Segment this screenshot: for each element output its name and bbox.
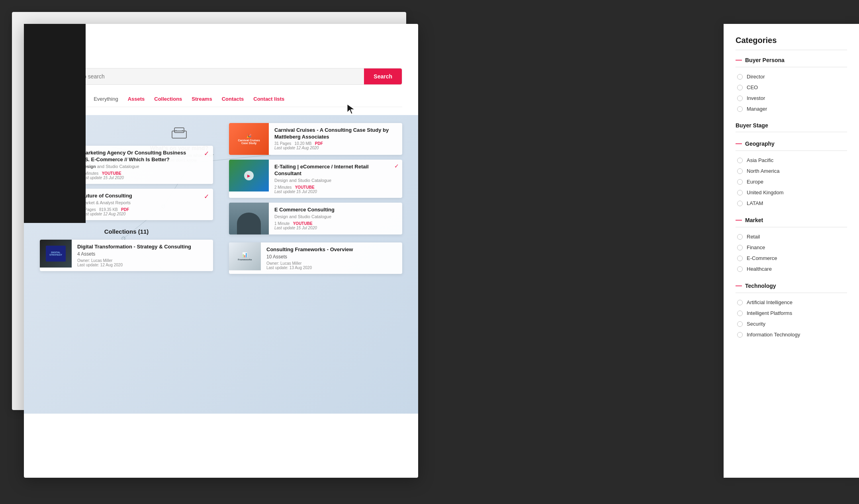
cat-item-intelligent-platforms[interactable]: Intelligent Platforms xyxy=(736,308,847,318)
collection-info-digital: Digital Transformation - Strategy & Cons… xyxy=(72,240,213,271)
cat-label-latam: LATAM xyxy=(747,200,763,206)
cat-radio-uk[interactable] xyxy=(737,190,743,195)
cat-group-title-buyer-persona: Buyer Persona xyxy=(745,57,785,63)
right-meta-carnival: 31 Pages 10.20 MB PDF Last update 12 Aug… xyxy=(274,141,397,150)
filter-tab-streams[interactable]: Streams xyxy=(187,94,217,104)
collections-title: Collections (11) xyxy=(40,228,213,235)
cat-radio-retail[interactable] xyxy=(737,234,743,240)
cat-group-title-technology: Technology xyxy=(745,283,776,289)
cat-radio-latam[interactable] xyxy=(737,201,743,206)
cat-radio-asia[interactable] xyxy=(737,158,743,163)
asset-cat-marketing: Design and Studio Catalogue xyxy=(81,164,194,169)
right-title-carnival: Carnival Cruises - A Consulting Case Stu… xyxy=(274,127,397,141)
right-card-carnival[interactable]: 🎉 Carnival CruisesCase Study Carnival Cr… xyxy=(229,123,402,155)
cat-radio-ecommerce-market[interactable] xyxy=(737,256,743,261)
cat-label-info-tech: Information Technology xyxy=(747,332,800,338)
cat-group-buyer-stage: Buyer Stage xyxy=(736,122,847,132)
filter-tab-contact-lists[interactable]: Contact lists xyxy=(249,94,289,104)
cat-group-header-buyer-persona: — Buyer Persona xyxy=(736,57,847,67)
cat-label-finance: Finance xyxy=(747,244,765,250)
right-thumb-carnival: 🎉 Carnival CruisesCase Study xyxy=(229,123,269,155)
asset-info-future: Future of Consulting Market & Analyst Re… xyxy=(76,189,200,220)
search-bar: Search xyxy=(40,68,402,85)
cat-group-market: — Market Retail Finance E-Commerce Healt… xyxy=(736,217,847,274)
left-dark-panel xyxy=(24,24,86,223)
cat-item-ceo[interactable]: CEO xyxy=(736,82,847,93)
cat-item-uk[interactable]: United Kingdom xyxy=(736,187,847,198)
cat-label-ai: Artificial Intelligence xyxy=(747,299,792,305)
cat-item-healthcare[interactable]: Healthcare xyxy=(736,264,847,274)
right-info-etailing: E-Tailing | eCommerce / Internet Retail … xyxy=(269,160,391,198)
cat-radio-healthcare[interactable] xyxy=(737,266,743,272)
collections-section: Collections (11) DIGITALSTRATEGY Digital… xyxy=(40,228,213,271)
cat-item-asia[interactable]: Asia Pacific xyxy=(736,155,847,166)
cat-item-investor[interactable]: Investor xyxy=(736,93,847,104)
categories-title: Categories xyxy=(736,36,847,50)
cat-radio-ceo[interactable] xyxy=(737,85,743,90)
cat-item-north-america[interactable]: North America xyxy=(736,166,847,176)
cat-group-buyer-persona: — Buyer Persona Director CEO Investor Ma… xyxy=(736,57,847,114)
collection-meta-digital: Owner: Lucas Miller Last update: 12 Aug … xyxy=(77,258,207,267)
cat-dash-market: — xyxy=(736,217,742,224)
collection-card-frameworks[interactable]: 📊 Frameworks Consulting Frameworks - Ove… xyxy=(229,242,402,274)
cat-item-ai[interactable]: Artificial Intelligence xyxy=(736,297,847,308)
cat-item-retail[interactable]: Retail xyxy=(736,231,847,242)
right-meta-ecommerce: 1 Minute YOUTUBE Last update 15 Jul 2020 xyxy=(274,221,397,230)
filter-tab-collections[interactable]: Collections xyxy=(149,94,187,104)
right-info-carnival: Carnival Cruises - A Consulting Case Stu… xyxy=(269,123,402,154)
cat-label-retail: Retail xyxy=(747,234,760,240)
cat-item-latam[interactable]: LATAM xyxy=(736,198,847,209)
cat-item-director[interactable]: Director xyxy=(736,71,847,82)
cat-label-healthcare: Healthcare xyxy=(747,266,772,272)
asset-meta-future: 7 Pages 819.35 KB PDF Last update 12 Aug… xyxy=(81,207,194,216)
page-title: search xyxy=(40,36,402,53)
cat-label-investor: Investor xyxy=(747,95,765,101)
right-title-ecommerce: E Commerce Consulting xyxy=(274,207,397,213)
cat-radio-north-america[interactable] xyxy=(737,168,743,174)
cat-label-asia: Asia Pacific xyxy=(747,157,773,163)
cat-radio-intelligent-platforms[interactable] xyxy=(737,311,743,316)
search-input[interactable] xyxy=(55,68,364,84)
cat-group-title-market: Market xyxy=(745,217,763,223)
right-thumb-ecommerce xyxy=(229,203,269,234)
cat-label-uk: United Kingdom xyxy=(747,189,784,195)
search-button[interactable]: Search xyxy=(364,68,402,84)
etailing-play: ▶ xyxy=(229,160,269,191)
cat-item-europe[interactable]: Europe xyxy=(736,176,847,187)
cat-radio-europe[interactable] xyxy=(737,179,743,185)
cat-item-ecommerce-market[interactable]: E-Commerce xyxy=(736,253,847,264)
collection-count-frameworks: 10 Assets xyxy=(266,254,397,260)
cat-item-info-tech[interactable]: Information Technology xyxy=(736,329,847,340)
page-subtitle: 221B Baker Street xyxy=(40,54,402,60)
cat-radio-manager[interactable] xyxy=(737,106,743,112)
right-cat-etailing: Design and Studio Catalogue xyxy=(274,178,385,183)
cat-label-security: Security xyxy=(747,321,765,327)
right-card-etailing[interactable]: ▶ E-Tailing | eCommerce / Internet Retai… xyxy=(229,160,402,198)
categories-panel: Categories — Buyer Persona Director CEO … xyxy=(724,24,859,478)
asset-meta-marketing: 6 Minutes YOUTUBE Last update 15 Jul 202… xyxy=(81,171,194,180)
cat-radio-info-tech[interactable] xyxy=(737,332,743,338)
filter-tab-contacts[interactable]: Contacts xyxy=(217,94,249,104)
asset-check-future: ✓ xyxy=(200,189,213,204)
asset-check-marketing: ✓ xyxy=(200,146,213,161)
cat-radio-ai[interactable] xyxy=(737,300,743,305)
right-thumb-etailing: ▶ xyxy=(229,160,269,191)
asset-info-marketing: Marketing Agency Or Consulting Business … xyxy=(76,146,200,184)
cat-item-finance[interactable]: Finance xyxy=(736,242,847,253)
cat-radio-finance[interactable] xyxy=(737,245,743,250)
filter-tab-everything[interactable]: Everything xyxy=(89,94,123,104)
filter-tab-assets[interactable]: Assets xyxy=(123,94,150,104)
collection-title-digital: Digital Transformation - Strategy & Cons… xyxy=(77,244,207,250)
cat-radio-director[interactable] xyxy=(737,74,743,80)
cat-radio-security[interactable] xyxy=(737,321,743,327)
cat-group-title-geography: Geography xyxy=(745,141,775,147)
cat-item-manager[interactable]: Manager xyxy=(736,104,847,114)
right-card-ecommerce[interactable]: E Commerce Consulting Design and Studio … xyxy=(229,203,402,234)
collection-count-digital: 4 Assets xyxy=(77,251,207,257)
cat-group-title-buyer-stage: Buyer Stage xyxy=(736,122,768,129)
right-info-ecommerce: E Commerce Consulting Design and Studio … xyxy=(269,203,402,234)
etailing-check: ✓ xyxy=(391,160,402,172)
collection-card-digital[interactable]: DIGITALSTRATEGY Digital Transformation -… xyxy=(40,240,213,271)
cat-radio-investor[interactable] xyxy=(737,96,743,101)
cat-item-security[interactable]: Security xyxy=(736,318,847,329)
